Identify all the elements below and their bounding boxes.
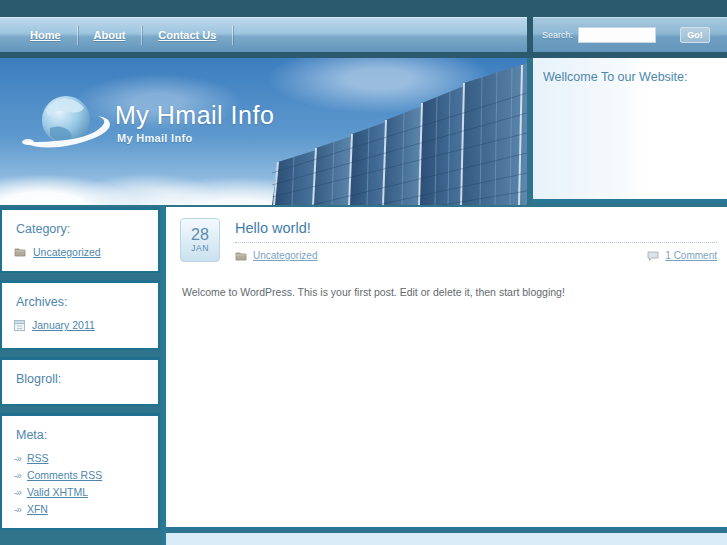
folder-icon (235, 251, 247, 261)
meta-link-rss[interactable]: RSS (27, 452, 49, 464)
arrow-icon: -» (14, 487, 21, 498)
calendar-icon (14, 320, 25, 331)
archive-link-january-2011[interactable]: January 2011 (32, 319, 95, 331)
top-strip: Home About Contact Us Search: Go! (0, 0, 727, 58)
list-item: Uncategorized (14, 246, 158, 258)
post-divider (235, 242, 717, 243)
arrow-icon: -» (14, 470, 21, 481)
site-title: My Hmail Info (115, 101, 274, 130)
post-title[interactable]: Hello world! (235, 220, 717, 236)
header-banner: My Hmail Info My Hmail Info (0, 58, 527, 205)
meta-link-comments-rss[interactable]: Comments RSS (27, 469, 102, 481)
post-category-link[interactable]: Uncategorized (253, 250, 317, 261)
folder-icon (14, 247, 26, 257)
post-date-month: JAN (191, 243, 209, 253)
arrow-icon: -» (14, 453, 21, 464)
main-column: 28 JAN Hello world! Uncategorized (162, 207, 727, 545)
sidebar: Category: Uncategorized Archives: Januar… (0, 207, 160, 537)
main-content: 28 JAN Hello world! Uncategorized (166, 207, 727, 530)
meta-link-xfn[interactable]: XFN (27, 503, 48, 515)
site-subtitle: My Hmail Info (117, 132, 192, 144)
post-header: 28 JAN Hello world! Uncategorized (180, 218, 717, 262)
welcome-title: Wellcome To our Website: (543, 70, 717, 84)
category-link-uncategorized[interactable]: Uncategorized (33, 246, 101, 258)
post-date-badge: 28 JAN (180, 218, 220, 262)
list-item: -» Comments RSS (14, 469, 158, 481)
archives-heading: Archives: (16, 295, 158, 309)
arrow-icon: -» (14, 504, 21, 515)
skyscraper-image (272, 58, 527, 205)
list-item: -» XFN (14, 503, 158, 515)
main-navigation: Home About Contact Us (0, 17, 527, 52)
list-item: January 2011 (14, 319, 158, 331)
post-body-text: Welcome to WordPress. This is your first… (182, 286, 717, 298)
meta-heading: Meta: (16, 428, 158, 442)
search-label: Search: (542, 30, 573, 40)
search-go-button[interactable]: Go! (680, 27, 710, 43)
meta-link-valid-xhtml[interactable]: Valid XHTML (27, 486, 88, 498)
search-input[interactable] (578, 27, 656, 43)
footer-strip (166, 533, 727, 545)
sidebar-section-blogroll: Blogroll: (0, 357, 160, 406)
category-heading: Category: (16, 222, 158, 236)
post-date-day: 28 (191, 227, 209, 243)
sidebar-section-category: Category: Uncategorized (0, 207, 160, 273)
search-panel: Search: Go! (533, 17, 727, 52)
nav-item-home[interactable]: Home (14, 25, 78, 45)
welcome-panel: Wellcome To our Website: (533, 58, 727, 203)
post-meta-row: Uncategorized 1 Comment (235, 250, 717, 261)
sidebar-section-meta: Meta: -» RSS -» Comments RSS -» Valid XH… (0, 413, 160, 530)
comment-bubble-icon (647, 251, 659, 261)
post-comments-link[interactable]: 1 Comment (665, 250, 717, 261)
sidebar-section-archives: Archives: January 2011 (0, 280, 160, 350)
blogroll-heading: Blogroll: (16, 372, 158, 386)
list-item: -» RSS (14, 452, 158, 464)
nav-item-about[interactable]: About (78, 25, 143, 45)
nav-item-contact-us[interactable]: Contact Us (142, 25, 233, 45)
list-item: -» Valid XHTML (14, 486, 158, 498)
